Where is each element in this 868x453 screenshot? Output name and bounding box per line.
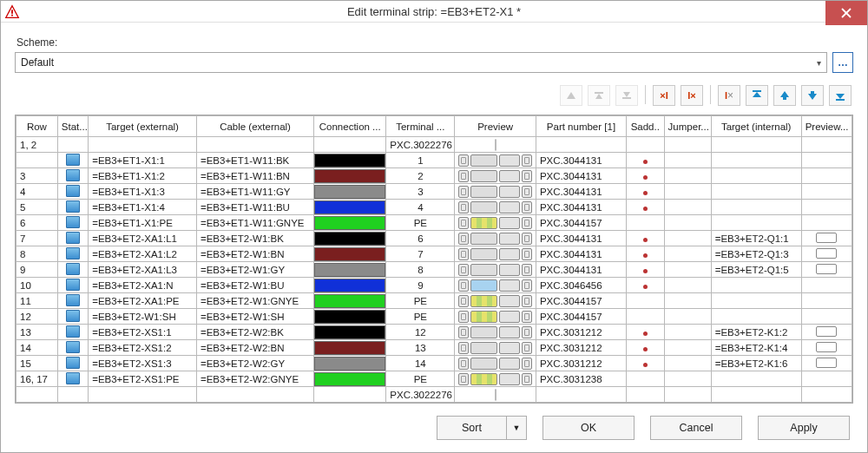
- status-cell[interactable]: [57, 262, 88, 278]
- saddle-cell[interactable]: [626, 325, 664, 340]
- table-row[interactable]: 15=EB3+ET2-XS1:3=EB3+ET2-W2:GY14PXC.3031…: [16, 356, 852, 371]
- preview2-cell[interactable]: [801, 356, 852, 371]
- cable-ext-cell[interactable]: =EB3+ET1-W11:BK: [196, 153, 313, 168]
- target-ext-cell[interactable]: =EB3+ET2-XS1:2: [89, 340, 197, 356]
- target-int-cell[interactable]: [711, 215, 801, 231]
- jumper-cell[interactable]: [664, 246, 711, 262]
- saddle-cell[interactable]: [626, 262, 664, 278]
- preview-cell[interactable]: [455, 231, 536, 246]
- target-int-cell[interactable]: [711, 184, 801, 200]
- preview2-cell[interactable]: [801, 137, 852, 153]
- target-int-cell[interactable]: =EB3+ET2-K1:6: [711, 356, 801, 371]
- connection-cell[interactable]: [314, 356, 386, 371]
- saddle-cell[interactable]: [626, 293, 664, 309]
- terminal-cell[interactable]: 2: [386, 168, 455, 184]
- preview2-cell[interactable]: [801, 309, 852, 325]
- saddle-cell[interactable]: [626, 215, 664, 231]
- part-cell[interactable]: PXC.3044131: [536, 200, 626, 215]
- target-ext-cell[interactable]: =EB3+ET1-X1:1: [89, 153, 197, 168]
- preview2-cell[interactable]: [801, 231, 852, 246]
- cable-ext-cell[interactable]: =EB3+ET2-W2:GY: [196, 356, 313, 371]
- preview-cell[interactable]: [455, 215, 536, 231]
- connection-cell[interactable]: [314, 278, 386, 293]
- connection-cell[interactable]: [314, 262, 386, 278]
- col-preview[interactable]: Preview: [455, 116, 536, 137]
- scheme-browse-button[interactable]: …: [832, 52, 853, 73]
- target-ext-cell[interactable]: =EB3+ET2-XA1:L2: [89, 246, 197, 262]
- cable-ext-cell[interactable]: =EB3+ET1-W11:GNYE: [196, 215, 313, 231]
- terminal-cell[interactable]: PXC.3022276: [386, 387, 455, 403]
- target-int-cell[interactable]: [711, 309, 801, 325]
- row-header[interactable]: 15: [16, 356, 58, 371]
- cable-ext-cell[interactable]: =EB3+ET2-W2:GNYE: [196, 371, 313, 387]
- col-jumper[interactable]: Jumper...: [664, 116, 711, 137]
- saddle-cell[interactable]: [626, 184, 664, 200]
- row-header[interactable]: 5: [16, 200, 58, 215]
- row-header[interactable]: 8: [16, 246, 58, 262]
- jumper-cell[interactable]: [664, 200, 711, 215]
- terminal-cell[interactable]: PXC.3022276: [386, 137, 455, 153]
- table-row[interactable]: 14=EB3+ET2-XS1:2=EB3+ET2-W2:BN13PXC.3031…: [16, 340, 852, 356]
- target-int-cell[interactable]: =EB3+ET2-K1:4: [711, 340, 801, 356]
- part-cell[interactable]: PXC.3031212: [536, 325, 626, 340]
- col-row[interactable]: Row: [16, 116, 58, 137]
- status-cell[interactable]: [57, 387, 88, 403]
- preview-cell[interactable]: [455, 278, 536, 293]
- part-cell[interactable]: [536, 137, 626, 153]
- saddle-cell[interactable]: [626, 200, 664, 215]
- saddle-cell[interactable]: [626, 246, 664, 262]
- part-cell[interactable]: PXC.3031238: [536, 371, 626, 387]
- terminal-cell[interactable]: 7: [386, 246, 455, 262]
- status-cell[interactable]: [57, 184, 88, 200]
- row-header[interactable]: 7: [16, 231, 58, 246]
- sort-button[interactable]: Sort: [437, 416, 506, 440]
- target-int-cell[interactable]: [711, 153, 801, 168]
- col-cable-external[interactable]: Cable (external): [196, 116, 313, 137]
- saddle-cell[interactable]: [626, 387, 664, 403]
- connection-cell[interactable]: [314, 168, 386, 184]
- jumper-cell[interactable]: [664, 231, 711, 246]
- jumper-cell[interactable]: [664, 309, 711, 325]
- saddle-cell[interactable]: [626, 278, 664, 293]
- part-cell[interactable]: PXC.3046456: [536, 278, 626, 293]
- cable-ext-cell[interactable]: =EB3+ET1-W11:BN: [196, 168, 313, 184]
- target-ext-cell[interactable]: =EB3+ET2-XA1:N: [89, 278, 197, 293]
- row-header[interactable]: 13: [16, 325, 58, 340]
- terminal-cell[interactable]: PE: [386, 309, 455, 325]
- target-int-cell[interactable]: [711, 137, 801, 153]
- table-row[interactable]: PXC.3022276: [16, 387, 852, 403]
- status-cell[interactable]: [57, 325, 88, 340]
- cancel-button[interactable]: Cancel: [650, 416, 742, 440]
- status-cell[interactable]: [57, 246, 88, 262]
- status-cell[interactable]: [57, 278, 88, 293]
- connection-cell[interactable]: [314, 153, 386, 168]
- preview2-cell[interactable]: [801, 278, 852, 293]
- terminal-cell[interactable]: PE: [386, 215, 455, 231]
- delete-right-button[interactable]: I×: [681, 85, 703, 106]
- target-int-cell[interactable]: [711, 278, 801, 293]
- table-row[interactable]: 6=EB3+ET1-X1:PE=EB3+ET1-W11:GNYEPEPXC.30…: [16, 215, 852, 231]
- terminal-cell[interactable]: 3: [386, 184, 455, 200]
- cable-ext-cell[interactable]: =EB3+ET2-W1:GY: [196, 262, 313, 278]
- col-part-number[interactable]: Part number [1]: [536, 116, 626, 137]
- part-cell[interactable]: PXC.3031212: [536, 340, 626, 356]
- target-ext-cell[interactable]: =EB3+ET1-X1:4: [89, 200, 197, 215]
- status-cell[interactable]: [57, 231, 88, 246]
- preview2-cell[interactable]: [801, 387, 852, 403]
- apply-button[interactable]: Apply: [758, 416, 850, 440]
- jumper-cell[interactable]: [664, 340, 711, 356]
- target-int-cell[interactable]: [711, 293, 801, 309]
- target-int-cell[interactable]: [711, 168, 801, 184]
- status-cell[interactable]: [57, 309, 88, 325]
- part-cell[interactable]: [536, 387, 626, 403]
- col-target-internal[interactable]: Target (internal): [711, 116, 801, 137]
- preview-cell[interactable]: [455, 356, 536, 371]
- part-cell[interactable]: PXC.3044131: [536, 231, 626, 246]
- terminal-cell[interactable]: 14: [386, 356, 455, 371]
- preview2-cell[interactable]: [801, 262, 852, 278]
- part-cell[interactable]: PXC.3044131: [536, 262, 626, 278]
- cable-ext-cell[interactable]: [196, 387, 313, 403]
- table-row[interactable]: 8=EB3+ET2-XA1:L2=EB3+ET2-W1:BN7PXC.30441…: [16, 246, 852, 262]
- preview-cell[interactable]: [455, 246, 536, 262]
- part-cell[interactable]: PXC.3044131: [536, 184, 626, 200]
